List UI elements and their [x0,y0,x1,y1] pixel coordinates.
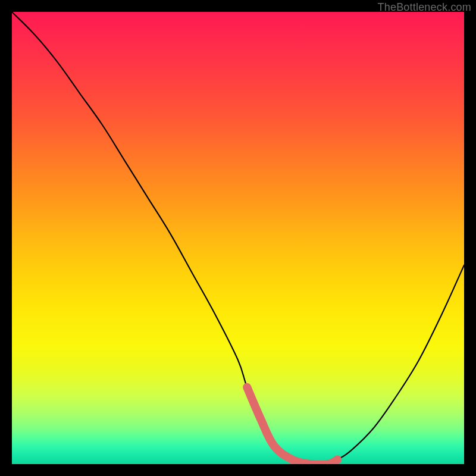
highlight-range-path [247,387,337,464]
plot-area [12,12,464,464]
bottleneck-curve-path [12,12,464,464]
curve-layer [12,12,464,464]
chart-frame: TheBottleneck.com [0,0,476,476]
